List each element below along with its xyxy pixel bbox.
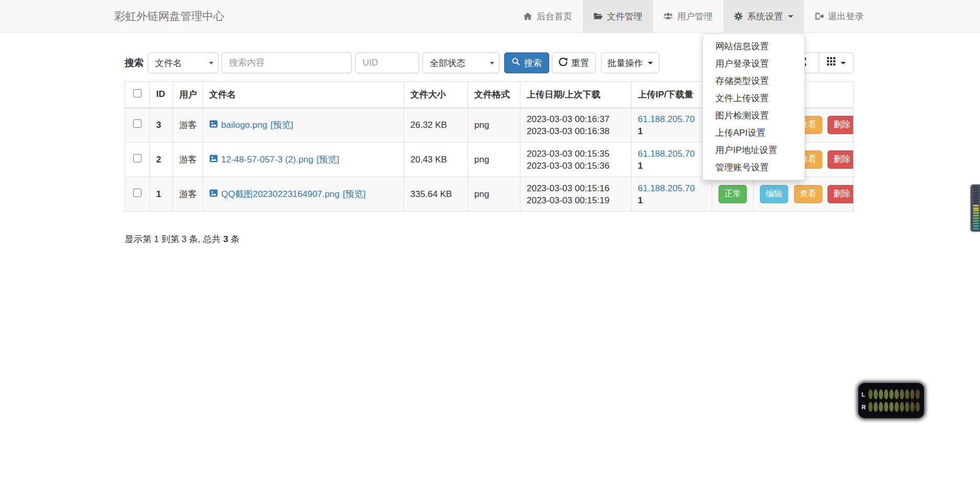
nav-item-dashboard[interactable]: 后台首页: [513, 0, 583, 32]
app-title: 彩虹外链网盘管理中心: [114, 0, 224, 32]
upload-date: 2023-03-03 00:15:16: [527, 182, 625, 194]
search-toolbar: 搜索 文件名 全部状态 搜索 重置 批量操作: [125, 52, 659, 73]
menu-item-user-login[interactable]: 用户登录设置: [703, 55, 804, 72]
search-button[interactable]: 搜索: [504, 52, 549, 73]
preview-link[interactable]: [预览]: [343, 188, 365, 200]
gear-icon: [734, 12, 743, 21]
header-id: ID: [150, 82, 173, 108]
preview-link[interactable]: [预览]: [270, 119, 293, 131]
menu-item-upload-api[interactable]: 上传API设置: [703, 124, 804, 141]
cell-filename: 12-48-57-057-3 (2).png [预览]: [203, 143, 404, 177]
menu-item-storage-type[interactable]: 存储类型设置: [703, 72, 804, 90]
uid-input[interactable]: [355, 52, 419, 73]
main-nav: 后台首页 文件管理 用户管理: [513, 0, 874, 32]
ip-link[interactable]: 61.188.205.70: [638, 149, 695, 159]
cell-ip-downloads: 61.188.205.70 1: [631, 108, 712, 143]
nav-item-files[interactable]: 文件管理: [583, 0, 653, 32]
audio-vu-meter-overlay: L R: [858, 383, 924, 418]
status-badge: 正常: [718, 185, 747, 203]
delete-button[interactable]: 删除: [827, 116, 853, 134]
file-link[interactable]: 12-48-57-057-3 (2).png: [221, 155, 313, 165]
download-count: 1: [638, 125, 705, 137]
cell-ip-downloads: 61.188.205.70 1: [631, 143, 712, 177]
edge-level-meter-overlay: [971, 184, 980, 232]
status-filter-select[interactable]: 全部状态: [422, 52, 499, 73]
cell-id: 3: [150, 108, 173, 143]
search-button-label: 搜索: [524, 57, 542, 69]
file-link[interactable]: QQ截图20230223164907.png: [221, 188, 340, 200]
reset-button[interactable]: 重置: [552, 52, 596, 73]
nav-item-label: 后台首页: [537, 10, 572, 23]
caret-down-icon: [648, 62, 653, 64]
ip-link[interactable]: 61.188.205.70: [638, 183, 695, 193]
cell-actions: 编辑 查看 删除: [754, 177, 854, 212]
grid-columns-icon: [827, 57, 836, 69]
cell-user: 游客: [173, 108, 203, 143]
search-field-select[interactable]: 文件名: [148, 52, 219, 73]
caret-down-icon: [841, 62, 846, 64]
header-filename: 文件名: [203, 82, 404, 108]
table-row: 1 游客 QQ截图20230223164907.png [预览] 335.64 …: [125, 177, 854, 212]
nav-item-logout[interactable]: 退出登录: [804, 0, 874, 32]
menu-item-site-info[interactable]: 网站信息设置: [703, 38, 804, 55]
batch-actions-label: 批量操作: [607, 57, 643, 69]
reset-button-label: 重置: [571, 57, 589, 69]
select-arrow-icon: [490, 62, 494, 64]
cell-status: 正常: [712, 177, 754, 212]
pagination-summary: 显示第 1 到第 3 条, 总共 3 条: [125, 233, 239, 245]
cell-filename: bailogo.png [预览]: [203, 108, 404, 143]
cell-dates: 2023-03-03 00:16:37 2023-03-03 00:16:38: [520, 108, 631, 143]
select-arrow-icon: [209, 62, 213, 64]
file-link[interactable]: bailogo.png: [221, 120, 267, 130]
menu-item-file-upload[interactable]: 文件上传设置: [703, 90, 804, 107]
vu-right-label: R: [862, 404, 866, 410]
row-checkbox[interactable]: [133, 154, 141, 162]
preview-link[interactable]: [预览]: [317, 154, 339, 166]
search-keyword-input[interactable]: [222, 52, 352, 73]
nav-item-label: 文件管理: [607, 10, 643, 23]
nav-item-label: 退出登录: [828, 10, 864, 23]
search-icon: [511, 57, 520, 69]
last-download-date: 2023-03-03 00:15:36: [527, 160, 625, 172]
row-checkbox[interactable]: [133, 189, 141, 197]
edit-button[interactable]: 编辑: [760, 185, 788, 203]
select-all-checkbox[interactable]: [133, 89, 141, 97]
cell-id: 1: [150, 177, 173, 212]
download-count: 1: [638, 160, 705, 172]
top-navbar: 彩虹外链网盘管理中心 后台首页 文件管理 用户管理: [0, 0, 980, 33]
columns-button[interactable]: [819, 52, 854, 73]
cell-user: 游客: [173, 143, 203, 177]
header-user: 用户: [173, 82, 203, 108]
delete-button[interactable]: 删除: [827, 185, 853, 203]
row-checkbox[interactable]: [133, 119, 141, 128]
header-ip-downloads: 上传IP/下载量: [631, 82, 712, 108]
search-label: 搜索: [125, 57, 144, 69]
ip-link[interactable]: 61.188.205.70: [638, 114, 695, 124]
vu-left-leds: [868, 389, 920, 399]
batch-actions-button[interactable]: 批量操作: [601, 52, 659, 73]
menu-item-user-ip[interactable]: 用户IP地址设置: [703, 141, 804, 159]
folder-open-icon: [593, 12, 603, 21]
sign-out-icon: [814, 12, 824, 21]
download-count: 1: [638, 194, 705, 206]
home-icon: [523, 12, 532, 21]
nav-item-label: 系统设置: [747, 10, 783, 23]
nav-item-settings[interactable]: 系统设置: [723, 0, 804, 32]
menu-item-admin-account[interactable]: 管理账号设置: [703, 159, 804, 176]
cell-size: 335.64 KB: [404, 177, 468, 212]
file-image-icon: [209, 189, 218, 200]
users-icon: [663, 12, 673, 21]
status-filter-select-value: 全部状态: [430, 57, 465, 69]
view-button[interactable]: 查看: [794, 185, 822, 203]
header-size: 文件大小: [404, 82, 468, 108]
cell-dates: 2023-03-03 00:15:35 2023-03-03 00:15:36: [520, 143, 631, 177]
nav-item-users[interactable]: 用户管理: [653, 0, 723, 32]
menu-item-image-check[interactable]: 图片检测设置: [703, 107, 804, 124]
delete-button[interactable]: 删除: [827, 150, 853, 169]
header-format: 文件格式: [468, 82, 520, 108]
cell-filename: QQ截图20230223164907.png [预览]: [203, 177, 404, 212]
select-all-checkbox-cell: [125, 82, 150, 108]
cell-size: 26.32 KB: [404, 108, 468, 143]
file-image-icon: [209, 154, 218, 166]
vu-right-leds: [868, 402, 920, 412]
